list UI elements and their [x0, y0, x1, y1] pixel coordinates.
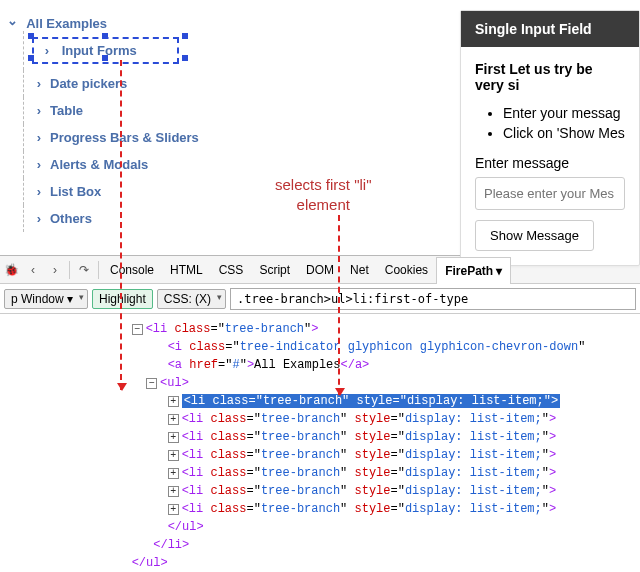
tab-cookies[interactable]: Cookies — [377, 256, 436, 283]
highlight-button[interactable]: Highlight — [92, 289, 153, 309]
tree-item-label: Alerts & Modals — [50, 157, 148, 172]
tree-item[interactable]: Alerts & Modals — [23, 151, 435, 178]
window-select[interactable]: p Window ▾ — [4, 289, 88, 309]
tree-item[interactable]: Table — [23, 97, 435, 124]
card-title: Single Input Field — [461, 11, 639, 47]
bug-icon[interactable]: 🐞 — [0, 263, 22, 277]
chevron-right-icon — [40, 43, 54, 58]
list-item: Click on 'Show Mes — [503, 123, 625, 143]
tree-item[interactable]: Date pickers — [23, 70, 435, 97]
collapse-icon[interactable]: − — [132, 324, 143, 335]
forward-button[interactable]: › — [44, 263, 66, 277]
arrow-icon — [120, 60, 122, 390]
css-selector-input[interactable] — [230, 288, 636, 310]
tree-item-label: Others — [50, 211, 92, 226]
expand-icon[interactable]: + — [168, 396, 179, 407]
card-lead: First Let us try be very si — [475, 61, 625, 93]
chevron-right-icon — [32, 184, 46, 199]
tab-net[interactable]: Net — [342, 256, 377, 283]
tab-css[interactable]: CSS — [211, 256, 252, 283]
message-input[interactable] — [475, 177, 625, 210]
expand-icon[interactable]: + — [168, 504, 179, 515]
expand-icon[interactable]: + — [168, 450, 179, 461]
annotation: selects first "li"element — [275, 175, 372, 214]
collapse-icon[interactable]: − — [146, 378, 157, 389]
mode-select[interactable]: CSS: (X) — [157, 289, 226, 309]
dom-tree[interactable]: −<li class="tree-branch"> <i class="tree… — [0, 314, 640, 572]
expand-icon[interactable]: + — [168, 468, 179, 479]
tree-item[interactable]: List Box — [23, 178, 435, 205]
chevron-right-icon — [32, 76, 46, 91]
list-item: Enter your messag — [503, 103, 625, 123]
chevron-down-icon — [5, 16, 19, 31]
expand-icon[interactable]: + — [168, 486, 179, 497]
devtools-panel: 🐞 ‹ › ↷ Console HTML CSS Script DOM Net … — [0, 255, 640, 572]
tree-item-label: Table — [50, 103, 83, 118]
demo-card: Single Input Field First Let us try be v… — [460, 10, 640, 266]
tab-console[interactable]: Console — [102, 256, 162, 283]
step-icon[interactable]: ↷ — [73, 263, 95, 277]
tree-root-label: All Examples — [26, 16, 107, 31]
chevron-right-icon — [32, 211, 46, 226]
expand-icon[interactable]: + — [168, 414, 179, 425]
show-message-button[interactable]: Show Message — [475, 220, 594, 251]
tree-item-input-forms[interactable]: Input Forms — [23, 31, 435, 70]
tab-dom[interactable]: DOM — [298, 256, 342, 283]
arrow-icon — [338, 215, 340, 395]
chevron-right-icon — [32, 103, 46, 118]
tree-item-label: Progress Bars & Sliders — [50, 130, 199, 145]
tree-item[interactable]: Progress Bars & Sliders — [23, 124, 435, 151]
css-selector-bar: p Window ▾ Highlight CSS: (X) — [0, 284, 640, 314]
chevron-right-icon — [32, 157, 46, 172]
tree-item[interactable]: Others — [23, 205, 435, 232]
tab-html[interactable]: HTML — [162, 256, 211, 283]
expand-icon[interactable]: + — [168, 432, 179, 443]
tab-script[interactable]: Script — [251, 256, 298, 283]
selected-node: <li class="tree-branch" style="display: … — [182, 394, 561, 408]
tree-item-label: Input Forms — [62, 43, 137, 58]
tree-item-label: Date pickers — [50, 76, 127, 91]
tree-item-label: List Box — [50, 184, 101, 199]
chevron-right-icon — [32, 130, 46, 145]
input-label: Enter message — [475, 155, 625, 171]
back-button[interactable]: ‹ — [22, 263, 44, 277]
tab-firepath[interactable]: FirePath ▾ — [436, 257, 511, 284]
